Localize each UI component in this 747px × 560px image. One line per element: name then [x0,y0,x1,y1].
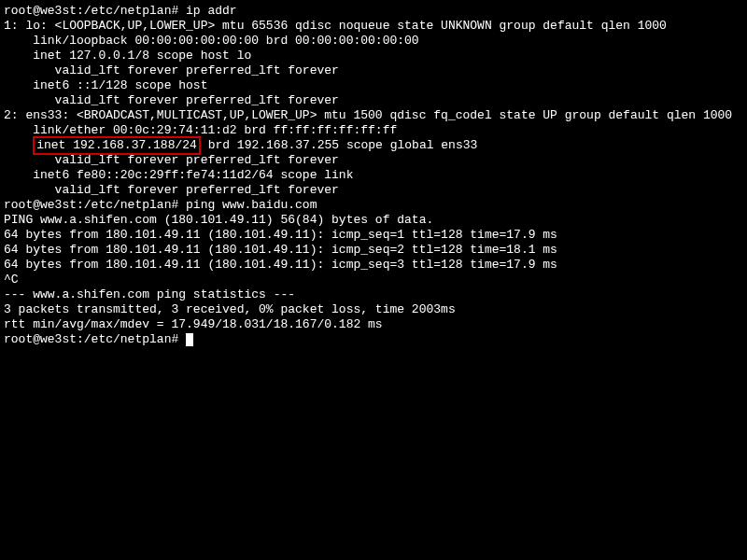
output-line: valid_lft forever preferred_lft forever [4,93,743,108]
output-line: inet 127.0.0.1/8 scope host lo [4,49,743,63]
output-line: valid_lft forever preferred_lft forever [4,183,743,198]
output-line-highlighted: inet 192.168.37.188/24 brd 192.168.37.25… [4,138,743,153]
output-line: 2: ens33: <BROADCAST,MULTICAST,UP,LOWER_… [4,108,743,123]
output-line: 64 bytes from 180.101.49.11 (180.101.49.… [4,258,743,273]
terminal-cursor [186,333,193,346]
terminal-line: root@we3st:/etc/netplan# ip addr [4,4,743,19]
indent [4,138,33,152]
command-text: ip addr [186,4,237,18]
output-line: inet6 fe80::20c:29ff:fe74:11d2/64 scope … [4,168,743,183]
output-line: link/loopback 00:00:00:00:00:00 brd 00:0… [4,34,743,49]
shell-prompt: root@we3st:/etc/netplan# [4,332,186,346]
inet-suffix: brd 192.168.37.255 scope global ens33 [201,138,477,152]
output-line: PING www.a.shifen.com (180.101.49.11) 56… [4,213,743,228]
shell-prompt: root@we3st:/etc/netplan# [4,198,186,212]
command-text: ping www.baidu.com [186,198,317,212]
terminal-line: root@we3st:/etc/netplan# ping www.baidu.… [4,198,743,213]
output-line: valid_lft forever preferred_lft forever [4,153,743,168]
highlighted-ip-address: inet 192.168.37.188/24 [33,136,201,155]
output-line: ^C [4,273,743,287]
output-line: 64 bytes from 180.101.49.11 (180.101.49.… [4,243,743,258]
output-line: inet6 ::1/128 scope host [4,78,743,93]
output-line: 1: lo: <LOOPBACK,UP,LOWER_UP> mtu 65536 … [4,19,743,34]
output-line: 3 packets transmitted, 3 received, 0% pa… [4,302,743,317]
output-line: --- www.a.shifen.com ping statistics --- [4,287,743,302]
output-line: valid_lft forever preferred_lft forever [4,63,743,78]
shell-prompt: root@we3st:/etc/netplan# [4,4,186,18]
output-line: rtt min/avg/max/mdev = 17.949/18.031/18.… [4,317,743,332]
output-line: 64 bytes from 180.101.49.11 (180.101.49.… [4,228,743,243]
terminal-line[interactable]: root@we3st:/etc/netplan# [4,332,743,347]
